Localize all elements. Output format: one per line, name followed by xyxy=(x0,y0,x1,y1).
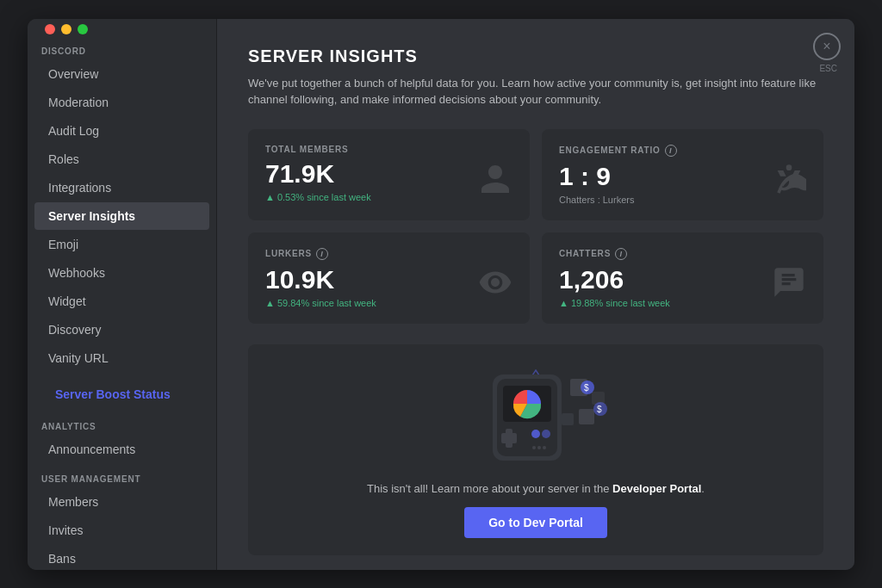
sidebar-item-overview[interactable]: Overview xyxy=(34,60,209,88)
svg-text:$: $ xyxy=(584,383,589,393)
sidebar-item-moderation[interactable]: Moderation xyxy=(34,89,209,116)
stat-card-chatters: CHATTERS i 1,206 ▲ 19.88% since last wee… xyxy=(542,232,823,324)
stat-card-total-members: TOTAL MEMBERS 71.9K ▲ 0.53% since last w… xyxy=(248,129,530,220)
stat-change-chatters: ▲ 19.88% since last week xyxy=(559,298,806,308)
svg-rect-3 xyxy=(562,413,574,425)
main-content: × ESC SERVER INSIGHTS We've put together… xyxy=(217,19,854,570)
dev-portal-button[interactable]: Go to Dev Portal xyxy=(464,507,607,538)
sidebar: DISCORD Overview Moderation Audit Log Ro… xyxy=(28,19,217,570)
app-window: DISCORD Overview Moderation Audit Log Ro… xyxy=(28,19,854,570)
page-description: We've put together a bunch of helpful da… xyxy=(248,75,823,108)
stat-card-lurkers: LURKERS i 10.9K ▲ 59.84% since last week xyxy=(248,232,530,324)
dev-illustration: $ $ xyxy=(450,362,622,473)
traffic-lights xyxy=(45,24,88,34)
stat-value-lurkers: 10.9K xyxy=(265,265,512,294)
sidebar-item-vanity-url[interactable]: Vanity URL xyxy=(34,344,209,372)
traffic-light-yellow[interactable] xyxy=(61,24,71,34)
stat-sub-engagement-ratio: Chatters : Lurkers xyxy=(559,195,806,205)
sidebar-item-emoji[interactable]: Emoji xyxy=(34,231,209,258)
stat-value-chatters: 1,206 xyxy=(559,265,806,294)
eye-icon xyxy=(478,265,512,306)
stat-value-engagement-ratio: 1 : 9 xyxy=(559,162,806,191)
esc-label: ESC xyxy=(819,64,837,73)
svg-point-18 xyxy=(537,446,541,449)
close-button[interactable]: × xyxy=(813,33,841,60)
svg-point-15 xyxy=(531,430,540,438)
sidebar-item-members[interactable]: Members xyxy=(34,488,209,516)
svg-point-19 xyxy=(543,446,546,449)
svg-rect-14 xyxy=(501,433,517,443)
stat-change-lurkers: ▲ 59.84% since last week xyxy=(265,298,512,308)
traffic-light-red[interactable] xyxy=(45,24,55,34)
info-icon-chatters[interactable]: i xyxy=(615,248,627,260)
sidebar-item-audit-log[interactable]: Audit Log xyxy=(34,117,209,145)
stat-card-engagement-ratio: ENGAGEMENT RATIO i 1 : 9 Chatters : Lurk… xyxy=(542,129,823,220)
info-icon-engagement[interactable]: i xyxy=(665,145,677,157)
stat-value-total-members: 71.9K xyxy=(265,159,512,189)
sidebar-item-invites[interactable]: Invites xyxy=(34,517,209,544)
sidebar-item-roles[interactable]: Roles xyxy=(34,145,209,173)
sidebar-item-integrations[interactable]: Integrations xyxy=(34,174,209,201)
sidebar-item-server-boost-status[interactable]: Server Boost Status xyxy=(41,381,202,408)
stat-change-total-members: ▲ 0.53% since last week xyxy=(265,192,512,202)
sidebar-section-analytics: ANALYTICS xyxy=(28,412,216,435)
stat-label-lurkers: LURKERS i xyxy=(265,248,512,260)
sidebar-item-widget[interactable]: Widget xyxy=(34,288,209,315)
stat-label-total-members: TOTAL MEMBERS xyxy=(265,145,512,154)
sidebar-item-announcements[interactable]: Announcements xyxy=(34,436,209,463)
svg-point-16 xyxy=(542,430,550,438)
page-title: SERVER INSIGHTS xyxy=(248,46,823,66)
sidebar-item-server-insights[interactable]: Server Insights xyxy=(34,202,209,230)
arrow-icon-lurkers: ▲ xyxy=(265,298,275,308)
sidebar-item-discovery[interactable]: Discovery xyxy=(34,316,209,344)
svg-rect-2 xyxy=(579,409,594,424)
arrow-icon: ▲ xyxy=(265,192,275,202)
sidebar-item-webhooks[interactable]: Webhooks xyxy=(34,259,209,287)
stats-grid: TOTAL MEMBERS 71.9K ▲ 0.53% since last w… xyxy=(248,129,823,324)
members-icon xyxy=(478,162,512,203)
stat-label-engagement-ratio: ENGAGEMENT RATIO i xyxy=(559,145,806,157)
stat-label-chatters: CHATTERS i xyxy=(559,248,806,260)
svg-point-17 xyxy=(532,446,536,449)
sidebar-section-user-management: USER MANAGEMENT xyxy=(28,464,216,487)
svg-text:$: $ xyxy=(597,405,602,414)
sidebar-item-bans[interactable]: Bans xyxy=(34,545,209,570)
traffic-light-green[interactable] xyxy=(78,24,88,34)
sidebar-section-discord: DISCORD xyxy=(28,36,216,59)
dev-portal-section: $ $ xyxy=(248,344,823,555)
info-icon-lurkers[interactable]: i xyxy=(316,248,328,260)
dev-portal-text: This isn't all! Learn more about your se… xyxy=(367,482,705,495)
chat-icon xyxy=(772,265,806,306)
scale-icon xyxy=(772,162,806,203)
arrow-icon-chatters: ▲ xyxy=(559,298,568,308)
